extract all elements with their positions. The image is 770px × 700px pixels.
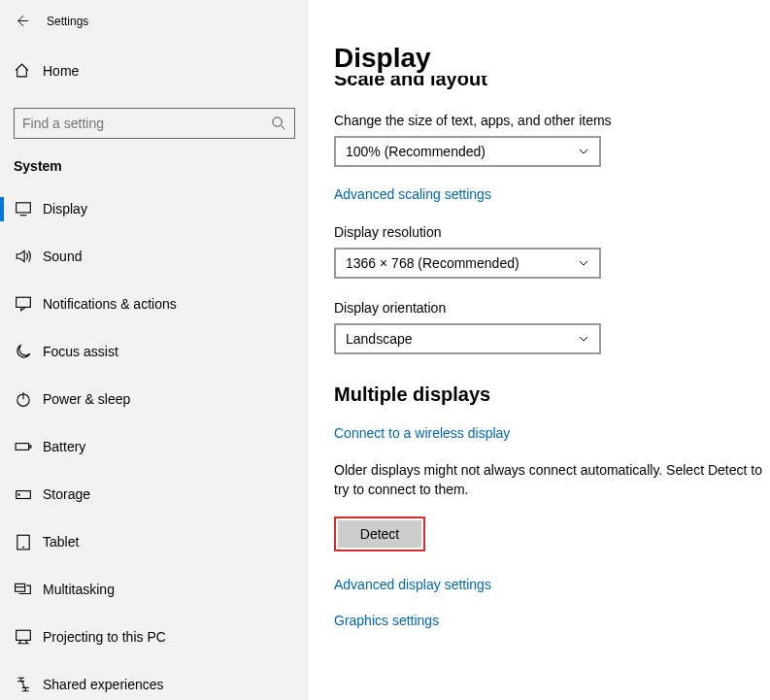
sidebar-item-notifications[interactable]: Notifications & actions <box>0 281 309 328</box>
focus-assist-icon <box>14 343 33 360</box>
sidebar-item-sound[interactable]: Sound <box>0 233 309 281</box>
sidebar-item-focus-assist[interactable]: Focus assist <box>0 328 309 376</box>
multitasking-icon <box>14 581 33 598</box>
nav-label: Storage <box>33 486 90 502</box>
tablet-icon <box>14 533 33 550</box>
shared-icon <box>14 676 33 693</box>
older-displays-text: Older displays might not always connect … <box>334 461 770 499</box>
orientation-select[interactable]: Landscape <box>334 323 601 354</box>
nav: Display Sound Notifications & actions Fo… <box>0 185 309 700</box>
nav-label: Shared experiences <box>33 677 164 692</box>
power-icon <box>14 390 33 408</box>
svg-rect-4 <box>16 444 29 450</box>
battery-icon <box>14 438 33 455</box>
scale-label: Change the size of text, apps, and other… <box>334 113 770 128</box>
home-label: Home <box>33 63 79 79</box>
orientation-value: Landscape <box>346 331 413 347</box>
projecting-icon <box>14 628 33 646</box>
page-title: Display <box>334 43 770 74</box>
main-content: Display Scale and layout Change the size… <box>309 0 770 700</box>
sidebar-item-power-sleep[interactable]: Power & sleep <box>0 376 309 423</box>
orientation-label: Display orientation <box>334 300 770 316</box>
chevron-down-icon <box>578 333 589 345</box>
display-icon <box>14 200 33 217</box>
nav-label: Display <box>33 201 87 217</box>
advanced-scaling-link[interactable]: Advanced scaling settings <box>334 186 491 202</box>
advanced-display-link[interactable]: Advanced display settings <box>334 577 491 592</box>
storage-icon <box>14 485 33 503</box>
back-button[interactable] <box>0 14 43 28</box>
section-scale-layout: Scale and layout <box>334 76 770 91</box>
svg-point-6 <box>18 494 19 495</box>
header-title: Settings <box>43 15 88 28</box>
group-title: System <box>0 149 309 185</box>
detect-button[interactable]: Detect <box>338 520 421 548</box>
search-input[interactable] <box>14 108 295 139</box>
search-field[interactable] <box>22 116 271 131</box>
svg-rect-2 <box>17 297 31 307</box>
search-icon <box>271 116 286 130</box>
sidebar-item-shared-experiences[interactable]: Shared experiences <box>0 661 309 700</box>
nav-label: Power & sleep <box>33 391 130 407</box>
nav-label: Sound <box>33 249 82 264</box>
scale-value: 100% (Recommended) <box>346 144 485 159</box>
sidebar-item-multitasking[interactable]: Multitasking <box>0 566 309 614</box>
resolution-label: Display resolution <box>334 224 770 240</box>
detect-highlight: Detect <box>334 517 425 551</box>
home-icon <box>14 62 33 79</box>
sidebar-item-home[interactable]: Home <box>0 50 309 91</box>
resolution-select[interactable]: 1366 × 768 (Recommended) <box>334 248 601 279</box>
sidebar-item-tablet[interactable]: Tablet <box>0 518 309 566</box>
chevron-down-icon <box>578 257 589 269</box>
sound-icon <box>14 248 33 265</box>
svg-rect-9 <box>17 630 31 640</box>
notifications-icon <box>14 295 33 313</box>
header: Settings <box>0 0 309 42</box>
chevron-down-icon <box>578 146 589 157</box>
sidebar-item-projecting[interactable]: Projecting to this PC <box>0 614 309 661</box>
sidebar-item-battery[interactable]: Battery <box>0 423 309 471</box>
nav-label: Multitasking <box>33 582 115 597</box>
sidebar: Settings Home System Display Sound Notif… <box>0 0 309 700</box>
nav-label: Tablet <box>33 534 79 550</box>
arrow-left-icon <box>15 14 29 28</box>
nav-label: Notifications & actions <box>33 296 177 312</box>
svg-rect-1 <box>17 203 31 213</box>
nav-label: Projecting to this PC <box>33 629 166 645</box>
sidebar-item-display[interactable]: Display <box>0 185 309 233</box>
graphics-settings-link[interactable]: Graphics settings <box>334 613 439 628</box>
wireless-display-link[interactable]: Connect to a wireless display <box>334 425 510 441</box>
nav-label: Battery <box>33 439 85 454</box>
svg-point-0 <box>273 117 282 126</box>
resolution-value: 1366 × 768 (Recommended) <box>346 255 519 271</box>
sidebar-item-storage[interactable]: Storage <box>0 471 309 518</box>
scale-select[interactable]: 100% (Recommended) <box>334 136 601 167</box>
nav-label: Focus assist <box>33 344 118 359</box>
section-multiple-displays: Multiple displays <box>334 383 770 406</box>
